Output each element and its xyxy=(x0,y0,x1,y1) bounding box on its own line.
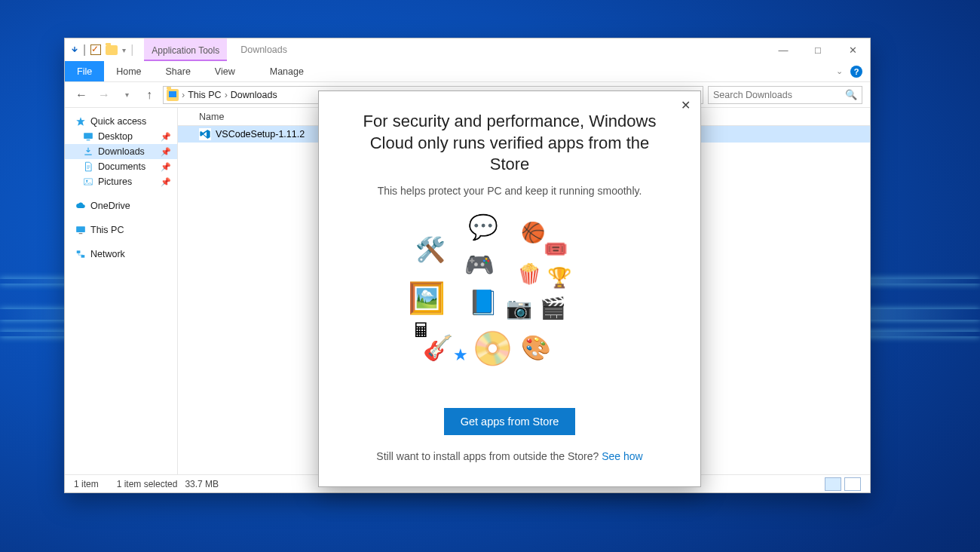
sidebar-item-documents[interactable]: Documents 📌 xyxy=(65,159,177,174)
sidebar-item-desktop[interactable]: Desktop 📌 xyxy=(65,129,177,144)
sidebar-onedrive[interactable]: OneDrive xyxy=(65,198,177,213)
status-selected: 1 item selected xyxy=(117,479,178,489)
sidebar-item-downloads[interactable]: Downloads 📌 xyxy=(65,144,177,159)
tools-icon: 🛠️ xyxy=(415,238,446,262)
titlebar: | ▾ | Application Tools Downloads — □ ✕ xyxy=(65,38,870,61)
gamepad-icon: 🎮 xyxy=(464,253,495,277)
camera-icon: 📷 xyxy=(506,298,532,319)
new-folder-icon[interactable] xyxy=(106,45,118,55)
quick-access-toolbar: | ▾ | xyxy=(65,38,139,61)
ribbon-collapse-icon[interactable]: ⌄ xyxy=(836,66,843,76)
picture-icon: 🖼️ xyxy=(408,283,446,313)
dialog-title: For security and performance, Windows Cl… xyxy=(352,111,667,176)
svg-rect-0 xyxy=(84,133,93,139)
basketball-icon: 🏀 xyxy=(521,222,545,242)
nav-history-button[interactable]: ▾ xyxy=(118,86,136,104)
svg-rect-7 xyxy=(81,255,85,258)
breadcrumb-item[interactable]: Downloads xyxy=(231,90,277,100)
see-how-link[interactable]: See how xyxy=(602,450,642,462)
ribbon-tab-file[interactable]: File xyxy=(65,61,104,81)
nav-forward-button[interactable]: → xyxy=(95,86,113,104)
star-icon: ★ xyxy=(453,347,468,363)
search-input[interactable] xyxy=(713,90,845,100)
store-warning-dialog: ✕ For security and performance, Windows … xyxy=(318,90,701,487)
qat-overflow-icon[interactable]: ▾ xyxy=(122,46,126,54)
sidebar-item-pictures[interactable]: Pictures 📌 xyxy=(65,174,177,189)
app-icons-illustration: 🛠️ 💬 🏀 🎟️ 🎮 🍿 🏆 🖼️ 📘 📷 🎬 🖩 🎸 ★ 📀 🎨 xyxy=(397,215,623,388)
downloads-icon xyxy=(83,146,93,157)
popcorn-icon: 🍿 xyxy=(517,264,541,284)
down-arrow-icon[interactable] xyxy=(71,46,78,54)
nav-sidebar: Quick access Desktop 📌 Downloads 📌 Docum… xyxy=(65,108,178,474)
properties-icon[interactable] xyxy=(90,44,101,55)
pin-icon: 📌 xyxy=(161,132,171,142)
nav-up-button[interactable]: ↑ xyxy=(140,86,158,104)
network-icon xyxy=(75,249,86,259)
record-icon: 📀 xyxy=(472,332,513,365)
svg-point-3 xyxy=(86,180,87,182)
status-item-count: 1 item xyxy=(74,479,99,489)
star-icon xyxy=(75,116,86,127)
window-title: Downloads xyxy=(227,38,766,61)
palette-icon: 🎨 xyxy=(521,336,551,360)
chat-icon: 💬 xyxy=(468,215,498,239)
minimize-button[interactable]: — xyxy=(766,38,801,61)
ticket-icon: 🎟️ xyxy=(544,239,568,259)
pictures-icon xyxy=(83,176,93,187)
thispc-icon xyxy=(75,225,86,235)
ribbon-tab-manage[interactable]: Manage xyxy=(258,61,316,81)
maximize-button[interactable]: □ xyxy=(801,38,835,61)
pin-icon: 📌 xyxy=(161,162,171,172)
search-icon: 🔍 xyxy=(845,89,857,100)
documents-icon xyxy=(83,161,93,172)
sidebar-network[interactable]: Network xyxy=(65,247,177,262)
ribbon-tab-view[interactable]: View xyxy=(203,61,247,81)
onedrive-icon xyxy=(75,201,86,211)
contextual-tool-tab[interactable]: Application Tools xyxy=(144,38,227,61)
guitar-icon: 🎸 xyxy=(423,336,453,360)
status-size: 33.7 MB xyxy=(185,479,219,489)
sidebar-quick-access[interactable]: Quick access xyxy=(65,114,177,129)
svg-rect-5 xyxy=(79,233,83,234)
close-button[interactable]: ✕ xyxy=(835,38,870,61)
book-icon: 📘 xyxy=(468,290,498,314)
trophy-icon: 🏆 xyxy=(547,268,571,287)
column-name[interactable]: Name xyxy=(193,112,321,122)
dialog-subtitle: This helps protect your PC and keep it r… xyxy=(352,185,667,197)
svg-rect-6 xyxy=(77,250,81,253)
help-icon[interactable]: ? xyxy=(850,66,862,78)
clapper-icon: 🎬 xyxy=(540,298,566,319)
svg-rect-1 xyxy=(87,140,90,140)
ribbon-tab-home[interactable]: Home xyxy=(104,61,153,81)
sidebar-this-pc[interactable]: This PC xyxy=(65,222,177,238)
ribbon-tabs: File Home Share View Manage ⌄ ? xyxy=(65,61,870,82)
search-box[interactable]: 🔍 xyxy=(708,86,862,104)
file-name: VSCodeSetup-1.11.2 xyxy=(216,129,305,140)
breadcrumb-item[interactable]: This PC xyxy=(188,90,221,100)
get-apps-button[interactable]: Get apps from Store xyxy=(444,408,576,435)
dialog-close-button[interactable]: ✕ xyxy=(678,97,693,112)
view-details-button[interactable] xyxy=(825,477,841,491)
desktop-icon xyxy=(83,131,93,142)
pin-icon: 📌 xyxy=(161,147,171,157)
svg-rect-4 xyxy=(76,226,85,232)
nav-back-button[interactable]: ← xyxy=(72,86,90,104)
view-large-icons-button[interactable] xyxy=(844,477,861,491)
ribbon-tab-share[interactable]: Share xyxy=(154,61,203,81)
pin-icon: 📌 xyxy=(161,177,171,187)
dialog-footer-text: Still want to install apps from outside … xyxy=(376,450,602,462)
vscode-icon xyxy=(199,128,211,140)
location-folder-icon xyxy=(167,89,179,101)
